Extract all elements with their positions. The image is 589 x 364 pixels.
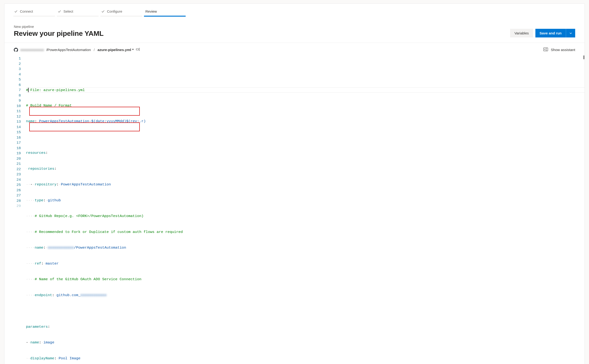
line-gutter: 1234567891011121314151617181920212223242… (4, 56, 26, 364)
code-line-12: ····ref:·master (26, 261, 585, 266)
code-line-7: ··-·repository:·PowerAppsTestAutomation (26, 182, 585, 187)
tab-review[interactable]: Review (144, 8, 186, 17)
code-line-1: # File: azure-pipelines.yml (26, 87, 585, 93)
tab-configure-label: Configure (107, 9, 122, 13)
save-and-run-button[interactable]: Save and run (535, 29, 566, 38)
check-icon (14, 10, 18, 13)
save-and-run-caret[interactable] (566, 29, 575, 38)
code-line-4 (26, 135, 585, 140)
check-icon (58, 10, 61, 13)
tab-select[interactable]: Select (57, 8, 98, 17)
show-assistant-label: Show assistant (551, 48, 575, 52)
yaml-editor[interactable]: 1234567891011121314151617181920212223242… (4, 55, 585, 364)
tab-select-label: Select (64, 9, 73, 13)
breadcrumb: New pipeline (14, 25, 104, 29)
code-line-14: ····endpoint:·github.com_xxxxxxxxxxxx (26, 292, 585, 298)
code-line-8: ····type:·github (26, 198, 585, 203)
code-line-6: ·repositories: (26, 166, 585, 172)
github-icon (14, 48, 18, 52)
page-title: Review your pipeline YAML (14, 30, 104, 38)
tab-connect-label: Connect (20, 9, 33, 13)
code-line-13: ····# Name of the GitHub OAuth ADO Servi… (26, 277, 585, 282)
code-line-16: parameters: (26, 324, 585, 330)
rename-icon[interactable] (136, 48, 140, 52)
repo-owner-redacted: xxxxxxxxxxxxx (20, 48, 44, 52)
file-path-bar: xxxxxxxxxxxxx/PowerAppsTestAutomation / … (4, 43, 585, 55)
code-line-2: # Build Name / Format (26, 103, 585, 108)
assistant-panel-icon (543, 47, 548, 52)
page-header: New pipeline Review your pipeline YAML V… (4, 17, 585, 43)
pipeline-wizard-frame: Connect Select Configure (4, 4, 585, 364)
save-and-run-split-button: Save and run (535, 29, 575, 38)
tab-review-label: Review (145, 9, 157, 13)
code-area[interactable]: # File: azure-pipelines.yml # Build Name… (26, 56, 585, 364)
header-actions: Variables Save and run (510, 29, 575, 38)
tab-connect[interactable]: Connect (13, 8, 55, 17)
code-line-3: name:·PowerAppsTestAutomation-$(date:yyy… (26, 119, 585, 124)
variables-button[interactable]: Variables (510, 29, 533, 38)
code-line-10: ····# Recommended to Fork or Duplicate i… (26, 229, 585, 235)
code-line-18: ··displayName:·Pool Image (26, 356, 585, 361)
path-separator: / (94, 48, 95, 52)
tab-configure[interactable]: Configure (100, 8, 142, 17)
wizard-tabs: Connect Select Configure (4, 4, 585, 17)
svg-rect-1 (544, 48, 548, 51)
code-line-5: resources: (26, 150, 585, 156)
repo-name: /PowerAppsTestAutomation (46, 48, 91, 52)
file-name: azure-pipelines.yml * (97, 48, 133, 52)
code-line-15 (26, 308, 585, 314)
svg-rect-0 (136, 49, 139, 50)
code-line-9: ····# GitHub Repo(e.g. <FORK>/PowerAppsT… (26, 214, 585, 219)
code-line-17: -·name:·image (26, 340, 585, 345)
show-assistant-button[interactable]: Show assistant (543, 47, 575, 52)
check-icon (101, 10, 105, 13)
code-line-11: ····name:·xxxxxxxxxxxx/PowerAppsTestAuto… (26, 245, 585, 250)
